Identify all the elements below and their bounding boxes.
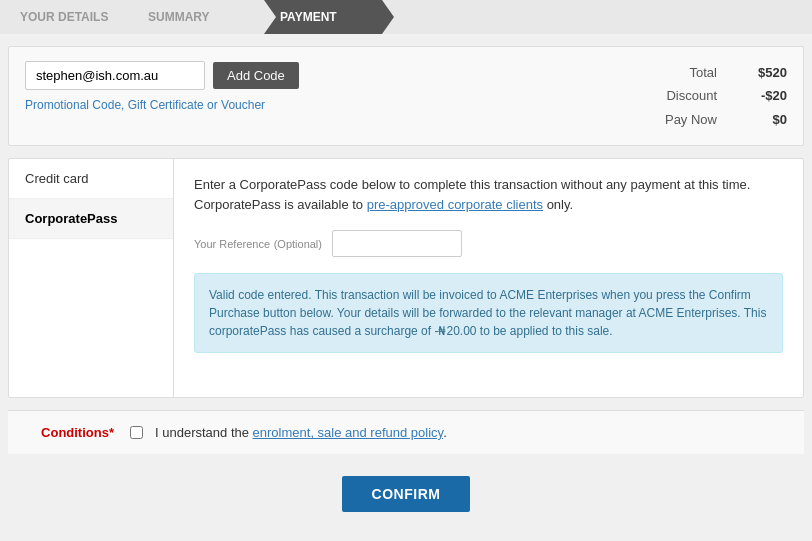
total-value: $520 [737, 61, 787, 84]
step-summary-label: SUMMARY [148, 10, 210, 24]
step-your-details[interactable]: YOUR DETAILS [0, 0, 130, 34]
corporate-pass-description: Enter a CorporatePass code below to comp… [194, 175, 783, 214]
payment-content: Enter a CorporatePass code below to comp… [174, 159, 803, 397]
promo-section: Add Code Promotional Code, Gift Certific… [8, 46, 804, 146]
step-summary[interactable]: SUMMARY [132, 0, 262, 34]
reference-label: Your Reference (Optional) [194, 236, 322, 251]
tab-credit-card[interactable]: Credit card [9, 159, 173, 199]
promo-left: Add Code Promotional Code, Gift Certific… [25, 61, 299, 112]
discount-label: Discount [666, 84, 717, 107]
price-summary: Total $520 Discount -$20 Pay Now $0 [665, 61, 787, 131]
promo-input-row: Add Code [25, 61, 299, 90]
steps-header: YOUR DETAILS SUMMARY PAYMENT [0, 0, 812, 34]
discount-row: Discount -$20 [665, 84, 787, 107]
total-row: Total $520 [665, 61, 787, 84]
step-your-details-label: YOUR DETAILS [20, 10, 108, 24]
pay-now-value: $0 [737, 108, 787, 131]
reference-row: Your Reference (Optional) [194, 230, 783, 257]
promo-code-input[interactable] [25, 61, 205, 90]
payment-section: Credit card CorporatePass Enter a Corpor… [8, 158, 804, 398]
step-payment-label: PAYMENT [280, 10, 337, 24]
conditions-text: I understand the enrolment, sale and ref… [155, 425, 447, 440]
step-payment[interactable]: PAYMENT [264, 0, 394, 34]
add-code-button[interactable]: Add Code [213, 62, 299, 89]
promo-link[interactable]: Promotional Code, Gift Certificate or Vo… [25, 98, 299, 112]
discount-value: -$20 [737, 84, 787, 107]
pay-now-row: Pay Now $0 [665, 108, 787, 131]
pre-approved-link[interactable]: pre-approved corporate clients [367, 197, 543, 212]
conditions-label: Conditions* [24, 425, 114, 440]
pay-now-label: Pay Now [665, 108, 717, 131]
confirm-section: CONFIRM [0, 466, 812, 532]
total-label: Total [690, 61, 717, 84]
payment-sidebar: Credit card CorporatePass [9, 159, 174, 397]
conditions-checkbox[interactable] [130, 426, 143, 439]
confirm-button[interactable]: CONFIRM [342, 476, 471, 512]
policy-link[interactable]: enrolment, sale and refund policy [253, 425, 444, 440]
reference-input[interactable] [332, 230, 462, 257]
info-message-box: Valid code entered. This transaction wil… [194, 273, 783, 353]
tab-corporate-pass[interactable]: CorporatePass [9, 199, 173, 239]
conditions-section: Conditions* I understand the enrolment, … [8, 410, 804, 454]
